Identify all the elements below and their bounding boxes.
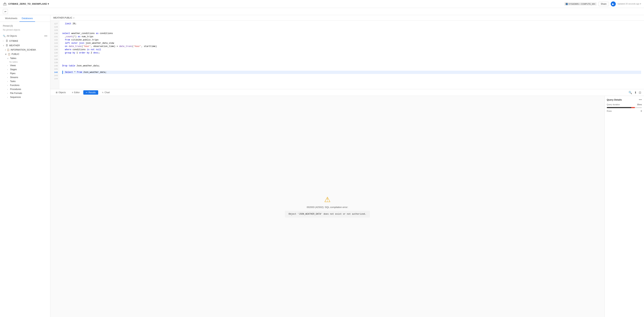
code-line-143 — [62, 74, 641, 77]
functions-label: Functions — [10, 84, 20, 86]
streams-row[interactable]: › Streams — [0, 76, 50, 79]
topbar-left: CITIBIKE_ZERO_TO_SNOWFLAKE ▾ — [3, 2, 49, 6]
line-num-128: 128 — [50, 25, 59, 28]
procedures-row[interactable]: › Procedures — [0, 87, 50, 91]
error-detail-box: Object 'JSON_WEATHER_DATA' does not exis… — [285, 211, 370, 218]
chevron-icon: ∨ — [7, 58, 9, 59]
tab-chart-button[interactable]: ∿ Chart — [99, 90, 112, 95]
all-objects-row[interactable]: 🔍 All Objects ••• — [0, 33, 50, 39]
line-num-141: 141 — [50, 68, 59, 71]
chevron-icon: › — [7, 76, 9, 78]
query-duration-label: Query duration — [607, 104, 620, 106]
tab-worksheets[interactable]: Worksheets — [3, 15, 20, 22]
tables-row[interactable]: ∨ Tables — [0, 56, 50, 60]
chevron-icon: › — [7, 80, 9, 82]
query-details-more-icon[interactable]: ••• — [639, 98, 642, 101]
chevron-icon: › — [7, 68, 9, 70]
results-area: ⚠ 002003 (42S02): SQL compilation error:… — [50, 96, 644, 317]
title-chevron-icon: ▾ — [48, 2, 49, 5]
editor-context-label[interactable]: WEATHER.PUBLIC — [53, 16, 72, 19]
line-num-136: 136 — [50, 51, 59, 54]
query-duration-row: Query duration 35ms — [607, 104, 642, 106]
search-icon: 🔍 — [3, 35, 6, 37]
chevron-icon: › — [3, 40, 5, 42]
database-weather-row[interactable]: ∨ 🗄 WEATHER — [0, 43, 50, 48]
schema-public-label: PUBLIC — [12, 53, 19, 56]
line-num-138: 138 — [50, 58, 59, 61]
sequences-label: Sequences — [10, 96, 21, 98]
stages-label: Stages — [10, 68, 17, 71]
editor-tab-label: Editor — [74, 91, 80, 94]
chevron-icon: › — [7, 96, 9, 98]
line-num-132: 132 — [50, 38, 59, 42]
chevron-icon: › — [7, 88, 9, 90]
line-num-135: 135 — [50, 48, 59, 51]
tab-results-button[interactable]: ↩ Results — [83, 90, 98, 95]
code-editor[interactable]: 127 128 129 130 131 132 133 134 135 136 … — [50, 21, 644, 89]
more-icon[interactable]: ••• — [44, 34, 47, 38]
sidebar-content: Pinned (0) No pinned objects 🔍 All Objec… — [0, 22, 50, 317]
line-num-140: 140 — [50, 64, 59, 68]
code-line-138 — [62, 58, 641, 61]
code-content[interactable]: limit 20; select weather_conditions as c… — [59, 21, 644, 89]
schema-public-row[interactable]: ∨ 📋 PUBLIC — [0, 52, 50, 56]
tab-databases[interactable]: Databases — [20, 15, 35, 22]
line-num-127: 127 — [50, 22, 59, 25]
views-label: Views — [10, 64, 16, 67]
search-results-button[interactable]: 🔍 — [628, 91, 632, 94]
pinned-title: Pinned (0) — [3, 25, 47, 27]
database-citibike-row[interactable]: › 🗄 CITIBIKE — [0, 39, 50, 43]
schema-icon: 📋 — [7, 48, 10, 51]
tab-objects-button[interactable]: ⊞ Objects — [53, 90, 68, 95]
error-message-label: 002003 (42S02): SQL compilation error: — [307, 206, 348, 208]
line-num-133: 133 — [50, 42, 59, 45]
all-objects-left: 🔍 All Objects — [3, 35, 17, 37]
line-num-134: 134 — [50, 45, 59, 48]
bottom-tabs: ⊞ Objects ≡ Editor ↩ Results ∿ Chart 🔍 — [50, 89, 644, 96]
pinned-section: Pinned (0) No pinned objects — [0, 23, 50, 33]
sidebar-tabs: Worksheets Databases — [0, 15, 50, 22]
editor-header: WEATHER.PUBLIC ▾ — [50, 15, 644, 21]
filter-button[interactable]: ⇌ — [3, 9, 8, 14]
code-line-141 — [62, 68, 641, 71]
pinned-empty-label: No pinned objects — [3, 28, 47, 32]
query-duration-progress-bar — [607, 107, 642, 108]
download-results-button[interactable]: ⬇ — [634, 91, 636, 94]
expand-results-button[interactable]: ⊡ — [639, 91, 641, 94]
objects-tab-label: Objects — [58, 91, 66, 94]
file-formats-row[interactable]: › File Formats — [0, 91, 50, 95]
views-row[interactable]: › Views — [0, 64, 50, 68]
share-button[interactable]: Share — [598, 2, 609, 6]
line-num-131: 131 — [50, 35, 59, 38]
pipes-row[interactable]: › Pipes — [0, 72, 50, 76]
stages-row[interactable]: › Stages — [0, 68, 50, 72]
objects-tab-icon: ⊞ — [56, 91, 58, 94]
chevron-icon: ∨ — [5, 53, 7, 56]
tab-editor-button[interactable]: ≡ Editor — [70, 90, 82, 95]
chevron-icon: › — [7, 72, 9, 74]
results-tab-label: Results — [88, 91, 96, 94]
tasks-row[interactable]: › Tasks — [0, 79, 50, 83]
chart-tab-icon: ∿ — [102, 91, 104, 94]
database-citibike-label: CITIBIKE — [9, 40, 18, 42]
separator: • — [580, 3, 580, 5]
filter-icon: ⇌ — [4, 10, 6, 13]
query-rows-value: 0 — [641, 110, 642, 112]
project-title[interactable]: CITIBIKE_ZERO_TO_SNOWFLAKE ▾ — [8, 2, 49, 5]
sequences-row[interactable]: › Sequences — [0, 95, 50, 99]
code-line-132: from citibike.public.trips — [62, 38, 641, 42]
run-button[interactable]: ▶ — [611, 2, 616, 6]
home-icon[interactable] — [3, 2, 7, 6]
username-label: SYSADMIN — [568, 3, 579, 5]
main-layout: Worksheets Databases Pinned (0) No pinne… — [0, 15, 644, 317]
tables-label: Tables — [10, 57, 16, 60]
database-citibike: › 🗄 CITIBIKE — [0, 39, 50, 43]
tables-group: ∨ Tables No tables — [0, 56, 50, 64]
project-title-text: CITIBIKE_ZERO_TO_SNOWFLAKE — [8, 2, 47, 5]
schema-information-schema-row[interactable]: › 📋 INFORMATION_SCHEMA — [0, 48, 50, 52]
query-details-header: Query Details ••• — [607, 98, 642, 101]
code-line-128 — [62, 25, 641, 28]
functions-row[interactable]: › Functions — [0, 83, 50, 87]
results-main: ⚠ 002003 (42S02): SQL compilation error:… — [50, 96, 604, 317]
database-weather: ∨ 🗄 WEATHER › 📋 INFORMATION_SCHEMA ∨ — [0, 43, 50, 99]
